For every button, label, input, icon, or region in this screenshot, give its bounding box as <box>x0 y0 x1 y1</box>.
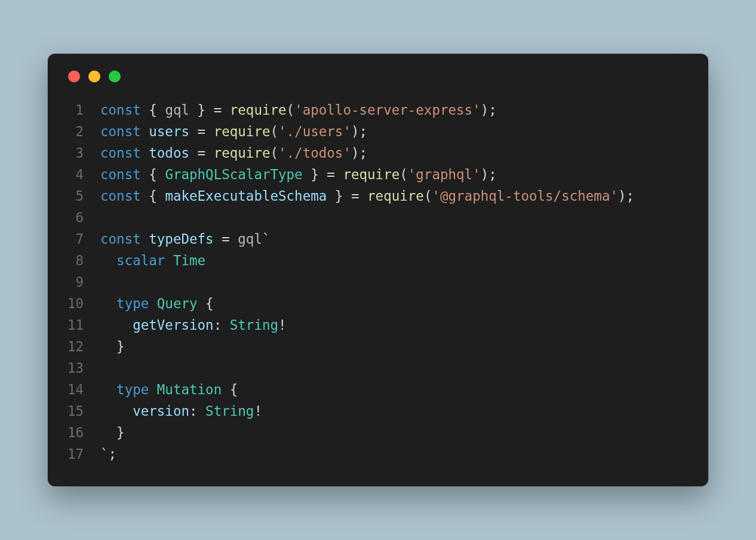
line-number: 7 <box>64 228 100 250</box>
code-line: 12 } <box>64 336 692 357</box>
code-line: 16 } <box>64 422 692 443</box>
code-token <box>100 317 133 333</box>
code-token: `; <box>100 446 116 462</box>
code-line: 6 <box>64 207 692 228</box>
code-editor[interactable]: 1const { gql } = require('apollo-server-… <box>64 99 692 465</box>
close-icon[interactable] <box>68 70 80 82</box>
code-token: { <box>222 382 238 397</box>
line-content: const { GraphQLScalarType } = require('g… <box>100 164 497 185</box>
code-token: ); <box>351 145 367 161</box>
line-number: 15 <box>64 400 100 422</box>
code-token: require <box>230 102 287 118</box>
line-number: 6 <box>64 207 100 228</box>
code-token <box>141 145 149 161</box>
code-line: 8 scalar Time <box>64 250 692 271</box>
code-window: 1const { gql } = require('apollo-server-… <box>48 54 708 486</box>
code-token <box>100 403 133 419</box>
code-token: : <box>214 317 230 333</box>
code-token: const <box>100 231 141 247</box>
code-token: Mutation <box>157 382 222 397</box>
code-token: ( <box>399 167 408 182</box>
code-line: 7const typeDefs = gql` <box>64 228 692 250</box>
code-line: 11 getVersion: String! <box>64 314 692 336</box>
code-token: todos <box>149 145 189 161</box>
code-token: Time <box>173 253 205 268</box>
code-token: scalar <box>116 253 165 268</box>
code-token: '@graphql-tools/schema' <box>432 188 618 204</box>
line-content <box>100 271 109 293</box>
code-token: type <box>116 296 149 311</box>
line-content: const { gql } = require('apollo-server-e… <box>100 99 497 121</box>
code-token: GraphQLScalarType <box>165 167 302 182</box>
code-token: { <box>141 102 165 118</box>
code-token: const <box>100 188 141 204</box>
code-line: 1const { gql } = require('apollo-server-… <box>64 99 692 121</box>
line-number: 3 <box>64 142 100 164</box>
code-line: 13 <box>64 357 692 379</box>
line-number: 2 <box>64 121 100 142</box>
code-token: } <box>100 339 125 354</box>
code-token: ( <box>270 124 278 139</box>
minimize-icon[interactable] <box>88 70 100 82</box>
code-line: 15 version: String! <box>64 400 692 422</box>
line-number: 1 <box>64 99 100 121</box>
line-number: 17 <box>64 443 100 465</box>
code-line: 4const { GraphQLScalarType } = require('… <box>64 164 692 185</box>
code-token: const <box>100 102 141 118</box>
code-token: type <box>116 382 149 397</box>
code-token: gql <box>165 102 189 118</box>
line-content: } <box>100 336 125 357</box>
line-content: const users = require('./users'); <box>100 121 367 142</box>
code-token: ! <box>254 403 262 419</box>
code-token: typeDefs <box>149 231 213 247</box>
code-token: { <box>198 296 214 311</box>
code-token: ); <box>481 167 497 182</box>
line-content: type Query { <box>100 293 214 314</box>
code-token: require <box>367 188 424 204</box>
zoom-icon[interactable] <box>109 70 121 82</box>
code-token <box>100 296 116 311</box>
line-number: 13 <box>64 357 100 379</box>
code-token <box>141 231 149 247</box>
code-token: makeExecutableSchema <box>165 188 327 204</box>
code-token: ( <box>287 102 295 118</box>
code-token: } <box>100 425 125 440</box>
code-token: 'apollo-server-express' <box>294 102 481 118</box>
code-token: const <box>100 145 141 161</box>
line-number: 4 <box>64 164 100 185</box>
line-number: 5 <box>64 185 100 207</box>
code-token: require <box>214 145 271 161</box>
code-token: version <box>133 403 189 419</box>
code-token <box>100 253 116 268</box>
code-line: 5const { makeExecutableSchema } = requir… <box>64 185 692 207</box>
code-token: const <box>100 124 141 139</box>
code-token: require <box>343 167 399 182</box>
code-token: './todos' <box>278 145 351 161</box>
line-content: scalar Time <box>100 250 205 271</box>
code-token: ( <box>424 188 432 204</box>
code-token: ); <box>618 188 634 204</box>
line-content <box>100 207 109 228</box>
code-token: String <box>205 403 254 419</box>
line-content: `; <box>100 443 116 465</box>
code-line: 3const todos = require('./todos'); <box>64 142 692 164</box>
code-token: ); <box>351 124 367 139</box>
line-number: 12 <box>64 336 100 357</box>
code-token: gql <box>238 231 262 247</box>
code-token: } = <box>303 167 343 182</box>
line-number: 9 <box>64 271 100 293</box>
line-content: type Mutation { <box>100 379 238 400</box>
code-token: = <box>189 145 214 161</box>
code-token: Query <box>157 296 198 311</box>
line-content: const { makeExecutableSchema } = require… <box>100 185 634 207</box>
code-token <box>149 296 157 311</box>
line-number: 8 <box>64 250 100 271</box>
code-line: 14 type Mutation { <box>64 379 692 400</box>
line-number: 16 <box>64 422 100 443</box>
code-token: String <box>230 317 278 333</box>
code-token: require <box>214 124 271 139</box>
code-token: ! <box>278 317 287 333</box>
code-token: } = <box>327 188 367 204</box>
code-token <box>141 124 149 139</box>
code-token <box>165 253 173 268</box>
